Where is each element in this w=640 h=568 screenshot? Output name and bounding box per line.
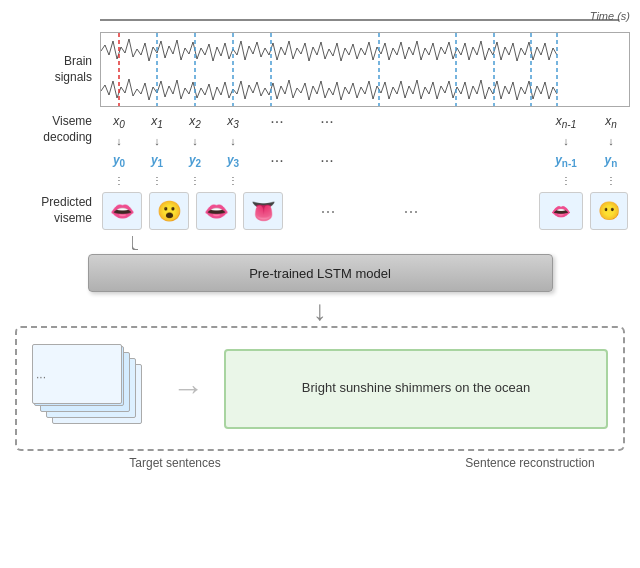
brace-container — [100, 236, 630, 250]
lip-1: 😮 — [149, 192, 189, 230]
y0-label: y0 — [100, 153, 138, 169]
vertical-dots-row: ⋮ ⋮ ⋮ ⋮ ⋮ ⋮ — [10, 173, 630, 187]
x-dots1: ··· — [252, 113, 302, 131]
y-labels-row: y0 y1 y2 y3 ··· ··· yn-1 yn — [10, 151, 630, 171]
viseme-dots2: ··· — [371, 201, 451, 222]
right-arrow: → — [172, 370, 204, 407]
lstm-label: Pre-trained LSTM model — [249, 266, 391, 281]
x3-label: x3 — [214, 114, 252, 130]
yn-label: yn — [592, 153, 630, 169]
lstm-box: Pre-trained LSTM model — [88, 254, 553, 292]
lip-2: 👄 — [196, 192, 236, 230]
result-box: Bright sunshine shimmers on the ocean — [224, 349, 608, 429]
x0-label: x0 — [100, 114, 138, 130]
y3-label: y3 — [214, 153, 252, 169]
predicted-viseme-row: Predictedviseme 👄 😮 👄 👅 ··· ··· 👄 😶 — [10, 189, 630, 233]
result-text: Bright sunshine shimmers on the ocean — [302, 379, 530, 397]
target-sentences-label: Target sentences — [129, 456, 220, 470]
y2-label: y2 — [176, 153, 214, 169]
xn-label: xn — [592, 114, 630, 130]
brain-signals-label: Brainsignals — [10, 54, 100, 85]
brace-svg — [132, 236, 598, 250]
lip-3: 👅 — [243, 192, 283, 230]
down-arrow: ↓ — [10, 296, 630, 326]
brain-signals-row: Brainsignals — [10, 32, 630, 107]
xn1-label: xn-1 — [540, 114, 592, 130]
x2-label: x2 — [176, 114, 214, 130]
lip-n1: 👄 — [539, 192, 583, 230]
viseme-decoding-label: Visemedecoding — [10, 114, 100, 145]
vertical-lines — [101, 33, 629, 106]
stacked-pages: ··· — [32, 344, 152, 434]
y-dots1: ··· — [252, 152, 302, 170]
predicted-viseme-label: Predictedviseme — [10, 195, 100, 226]
x1-label: x1 — [138, 114, 176, 130]
bottom-section: ··· → Bright sunshine shimmers on the oc… — [15, 326, 625, 451]
sentence-reconstruction-label: Sentence reconstruction — [465, 456, 594, 470]
main-diagram: Time (s) Brainsignals — [0, 0, 640, 568]
lip-0: 👄 — [102, 192, 142, 230]
lip-n: 😶 — [590, 192, 628, 230]
y-dots2: ··· — [302, 152, 352, 170]
viseme-dots1: ··· — [288, 201, 368, 222]
viseme-decoding-row: Visemedecoding x0 x1 x2 x3 ··· ··· xn-1 … — [10, 111, 630, 149]
time-label: Time (s) — [590, 10, 630, 22]
signal-waveforms — [100, 32, 630, 107]
x-dots2: ··· — [302, 113, 352, 131]
yn1-label: yn-1 — [540, 153, 592, 169]
y1-label: y1 — [138, 153, 176, 169]
